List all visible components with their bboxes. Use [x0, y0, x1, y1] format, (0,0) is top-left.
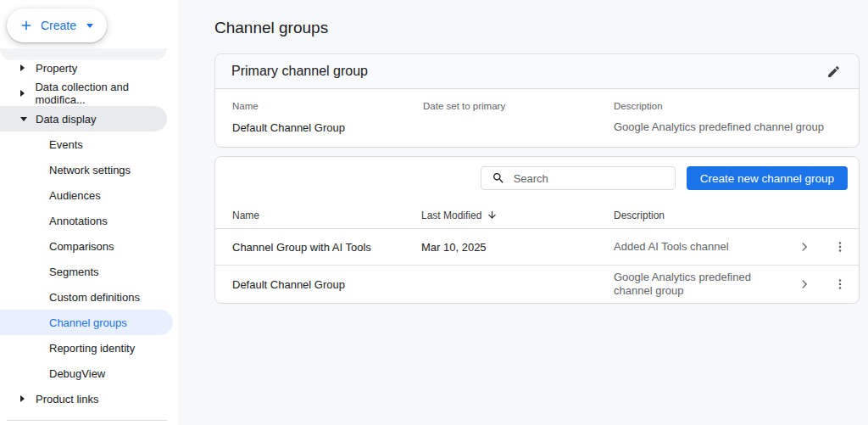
more-vert-icon: [832, 277, 848, 292]
sidebar-item-channel-groups[interactable]: Channel groups: [0, 310, 173, 335]
list-toolbar: Create new channel group: [215, 157, 859, 202]
sidebar-item-data-display[interactable]: Data display: [0, 106, 167, 131]
sidebar-item-network-settings[interactable]: Network settings: [0, 157, 178, 182]
row-last-modified: [421, 266, 614, 303]
primary-row-description: Google Analytics predefined channel grou…: [614, 120, 830, 134]
column-header-description: Description: [614, 202, 787, 228]
sidebar-item-comparisons[interactable]: Comparisons: [0, 233, 178, 259]
row-description: Added AI Tools channel: [614, 229, 787, 265]
sidebar-item-data-collection[interactable]: Data collection and modifica...: [0, 81, 178, 106]
triangle-right-icon: [20, 395, 36, 402]
column-header-name: Name: [232, 202, 421, 228]
search-box[interactable]: [481, 166, 676, 190]
sidebar-item-label: Product links: [36, 393, 98, 405]
more-vert-icon: [832, 239, 848, 254]
create-new-channel-group-button[interactable]: Create new channel group: [687, 166, 848, 190]
chevron-right-icon: [797, 239, 812, 254]
edit-button[interactable]: [823, 61, 843, 81]
row-last-modified: Mar 10, 2025: [421, 229, 614, 265]
row-menu-button[interactable]: [830, 237, 850, 257]
sidebar-item-label: Data collection and modifica...: [35, 81, 178, 106]
create-button-label: Create: [41, 19, 76, 32]
row-name: Channel Group with AI Tools: [232, 229, 421, 265]
row-name: Default Channel Group: [232, 266, 421, 303]
primary-channel-group-card: Primary channel group Name Date set to p…: [214, 53, 860, 148]
sidebar-item-events[interactable]: Events: [0, 131, 178, 157]
sidebar-item-annotations[interactable]: Annotations: [0, 208, 178, 233]
row-open-button[interactable]: [794, 237, 815, 257]
row-menu-button[interactable]: [830, 274, 850, 294]
search-icon: [492, 171, 505, 185]
create-button[interactable]: Create: [7, 8, 107, 42]
primary-card-title: Primary channel group: [231, 64, 368, 79]
sidebar-item-label: Network settings: [49, 164, 131, 176]
sidebar-item-label: Annotations: [49, 215, 108, 227]
sidebar-item-audiences[interactable]: Audiences: [0, 182, 178, 208]
pencil-icon: [826, 64, 841, 79]
sidebar-item-label: Custom definitions: [49, 291, 140, 304]
sidebar-item-label: Reporting identity: [49, 342, 135, 355]
sidebar-item-label: Audiences: [49, 189, 101, 202]
plus-icon: [19, 18, 34, 33]
admin-sidebar: Create Property Data collection and modi…: [0, 0, 178, 425]
sidebar-item-label: Property: [36, 62, 77, 75]
row-description: Google Analytics predefined channel grou…: [614, 266, 787, 303]
triangle-down-icon: [20, 117, 36, 121]
chevron-right-icon: [797, 277, 812, 292]
triangle-right-icon: [20, 64, 36, 71]
sidebar-item-debugview[interactable]: DebugView: [0, 361, 178, 386]
sidebar-item-label: Channel groups: [49, 316, 127, 329]
primary-row-name: Default Channel Group: [232, 121, 423, 134]
sidebar-item-custom-definitions[interactable]: Custom definitions: [0, 284, 178, 310]
app-window: Create Property Data collection and modi…: [0, 0, 868, 425]
page-title: Channel groups: [214, 19, 860, 37]
sidebar-item-label: Comparisons: [49, 240, 114, 253]
primary-card-header: Primary channel group: [215, 54, 859, 89]
sidebar-item-label: DebugView: [49, 367, 105, 380]
primary-card-table: Name Date set to primary Description Def…: [215, 89, 859, 147]
sidebar-item-segments[interactable]: Segments: [0, 259, 178, 284]
main-content: Channel groups Primary channel group Nam…: [178, 0, 868, 425]
sidebar-item-property[interactable]: Property: [0, 55, 178, 81]
sidebar-item-product-links[interactable]: Product links: [0, 386, 178, 411]
table-row[interactable]: Default Channel Group Google Analytics p…: [215, 266, 859, 303]
channel-groups-list-card: Create new channel group Name Last Modif…: [214, 156, 860, 304]
column-header-description: Description: [614, 101, 842, 120]
sidebar-divider: [7, 420, 167, 421]
triangle-right-icon: [20, 90, 35, 97]
sidebar-item-reporting-identity[interactable]: Reporting identity: [0, 335, 178, 361]
row-open-button[interactable]: [794, 274, 815, 294]
caret-down-icon: [86, 24, 93, 28]
table-row[interactable]: Channel Group with AI Tools Mar 10, 2025…: [215, 229, 859, 266]
arrow-down-icon: [487, 210, 498, 221]
sidebar-nav: Property Data collection and modifica...…: [0, 55, 178, 411]
table-header-row: Name Last Modified Description: [215, 202, 859, 229]
sidebar-item-label: Segments: [49, 266, 99, 278]
search-input[interactable]: [514, 172, 668, 185]
sidebar-item-label: Events: [49, 138, 83, 151]
column-header-date: Date set to primary: [423, 101, 614, 120]
column-header-name: Name: [232, 101, 423, 120]
sidebar-item-label: Data display: [36, 113, 97, 126]
column-header-last-modified[interactable]: Last Modified: [421, 202, 614, 228]
